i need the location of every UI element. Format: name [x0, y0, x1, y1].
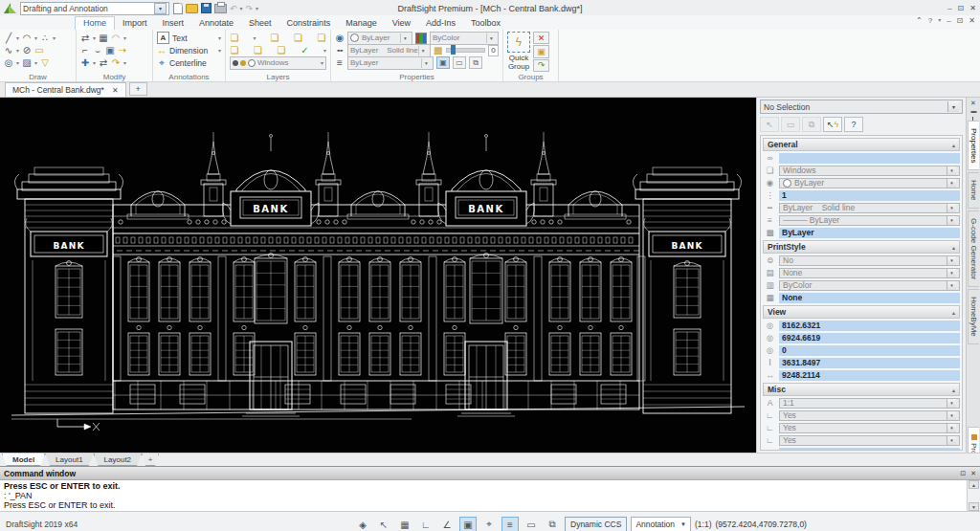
printstyle-table-dropdown[interactable]: None▾ — [779, 268, 960, 278]
dimension-icon[interactable]: ↔ — [157, 45, 167, 55]
caret-icon[interactable]: ▾ — [16, 34, 19, 41]
tab-sheet[interactable]: Sheet — [241, 17, 279, 30]
caret-icon[interactable]: ▾ — [53, 34, 56, 41]
esnap-icon[interactable]: ▣ — [459, 517, 477, 531]
annotation-scale-dropdown[interactable]: Annotation ▼ — [631, 517, 691, 531]
stretch-icon[interactable]: ⇄ — [99, 57, 108, 68]
annotation-scale-dropdown[interactable]: 1:1▾ — [779, 398, 960, 409]
hyperlink-field[interactable] — [779, 153, 960, 164]
tab-import[interactable]: Import — [115, 17, 155, 30]
polar-icon[interactable]: ∠ — [438, 517, 456, 531]
caret-icon[interactable]: ▾ — [16, 59, 19, 66]
open-file-icon[interactable] — [186, 4, 198, 13]
pointer-icon[interactable]: ↖ — [375, 517, 392, 531]
tab-manage[interactable]: Manage — [338, 17, 385, 30]
print-area-icon[interactable]: ▭ — [523, 517, 540, 531]
polygon-icon[interactable]: ▽ — [40, 57, 50, 68]
pattern-icon[interactable]: ▦ — [99, 33, 108, 43]
collapse-icon[interactable]: ▴ — [952, 387, 955, 393]
section-header-printstyle[interactable]: PrintStyle▴ — [763, 240, 960, 254]
sheet-preview-icon[interactable]: ⧉ — [544, 517, 561, 531]
add-sheet-button[interactable]: + — [142, 454, 159, 466]
caret-icon[interactable]: ▾ — [486, 33, 496, 43]
centerline-icon[interactable]: ⌖ — [157, 57, 167, 68]
save-icon[interactable] — [201, 3, 212, 13]
lineweight-icon[interactable]: ≡ — [335, 57, 345, 68]
fill-color-selector[interactable]: ByColor▾ — [430, 32, 499, 45]
rotate-icon[interactable]: ↷ — [111, 57, 121, 68]
caret-icon[interactable]: ▾ — [123, 34, 126, 41]
printstyle-attached-field[interactable]: None — [779, 293, 960, 303]
point-icon[interactable]: ∴ — [40, 33, 50, 43]
caret-icon[interactable]: ▾ — [947, 424, 956, 432]
centerline-label[interactable]: Centerline — [169, 58, 207, 68]
command-window-close-icon[interactable]: ✕ — [970, 470, 976, 477]
line-style-dropdown[interactable]: ByLayer Solid line▾ — [779, 203, 960, 213]
caret-icon[interactable]: ▾ — [947, 436, 956, 445]
selection-filter-icon[interactable]: ▭ — [453, 56, 466, 69]
ungroup-icon[interactable]: ✕ — [533, 32, 549, 44]
text-label[interactable]: Text — [172, 33, 188, 43]
snap-settings-icon[interactable]: ◈ — [354, 517, 371, 531]
doc-restore-button[interactable]: ⊡ — [957, 16, 964, 25]
tab-home[interactable]: Home — [75, 16, 115, 30]
layer-unisolate-icon[interactable]: ❏ — [253, 45, 262, 55]
mirror-icon[interactable]: ⇄ — [80, 33, 90, 43]
move-icon[interactable]: ✚ — [80, 57, 90, 68]
workspace-selector[interactable]: Drafting and Annotation ▾ — [20, 2, 169, 15]
layer-freeze-icon[interactable]: ❏ — [270, 33, 279, 43]
tab-layout2[interactable]: Layout2 — [94, 454, 142, 466]
view-center-z-field[interactable]: 0 — [779, 345, 960, 356]
quick-select-button[interactable]: ▭ — [781, 117, 800, 132]
lineweight-toggle-icon[interactable]: ≡ — [501, 517, 519, 531]
edit-group-icon[interactable]: ▣ — [533, 45, 549, 57]
command-window-header[interactable]: Command window ⊡ ✕ — [0, 467, 980, 480]
smooth-icon[interactable]: ⌣ — [93, 45, 102, 55]
doc-minimize-button[interactable]: – — [947, 16, 950, 25]
tab-annotate[interactable]: Annotate — [191, 17, 241, 30]
new-document-tab-button[interactable]: + — [129, 82, 147, 96]
ucs-on-dropdown[interactable]: Yes▾ — [779, 410, 960, 421]
regroup-icon[interactable]: ↷ — [533, 59, 549, 72]
section-header-general[interactable]: General▴ — [763, 138, 960, 151]
caret-icon[interactable]: ▾ — [93, 34, 96, 41]
help-caret-icon[interactable]: ▾ — [938, 16, 941, 25]
tab-model[interactable]: Model — [2, 454, 45, 466]
view-center-x-field[interactable]: 8162.6321 — [779, 321, 960, 331]
tab-close-icon[interactable]: ✕ — [112, 86, 119, 95]
caret-icon[interactable]: ▾ — [34, 34, 37, 41]
tab-layout1[interactable]: Layout1 — [45, 454, 93, 466]
caret-icon[interactable]: ▾ — [947, 256, 956, 265]
side-tab-homebyme[interactable]: HomeByMe — [968, 289, 979, 344]
match-properties-icon[interactable]: ▣ — [436, 56, 450, 69]
grid-icon[interactable]: ▦ — [396, 517, 413, 531]
doc-close-button[interactable]: ✕ — [969, 16, 975, 25]
fill-color-icon[interactable] — [415, 33, 427, 44]
layer-on-icon[interactable]: ✓ — [300, 45, 309, 55]
transparency-value[interactable]: 0 — [488, 45, 499, 56]
active-layer-selector[interactable]: Windows ▾ — [230, 56, 326, 70]
view-center-y-field[interactable]: 6924.6619 — [779, 333, 960, 343]
side-tab-gcode[interactable]: G-code Generator — [968, 210, 979, 287]
flash-select-button[interactable]: ↖ϟ — [823, 117, 842, 132]
caret-icon[interactable]: ▾ — [253, 34, 256, 41]
property-painter-icon[interactable]: ⧉ — [469, 56, 482, 69]
caret-icon[interactable]: ▾ — [947, 216, 956, 225]
minimize-button[interactable]: – — [947, 4, 951, 12]
panel-help-button[interactable]: ? — [844, 117, 863, 132]
ellipse-icon[interactable]: ⊘ — [22, 45, 32, 55]
layer-isolate-icon[interactable]: ❏ — [230, 45, 239, 55]
caret-icon[interactable]: ▾ — [123, 59, 126, 66]
caret-icon[interactable]: ▾ — [418, 46, 428, 55]
ortho-icon[interactable]: ∟ — [417, 517, 434, 531]
transparency-slider[interactable] — [446, 48, 485, 53]
command-window-float-icon[interactable]: ⊡ — [960, 470, 966, 477]
printstyle-mode-dropdown[interactable]: ByColor▾ — [779, 280, 960, 291]
new-file-icon[interactable] — [173, 3, 183, 14]
section-header-view[interactable]: View▴ — [763, 305, 960, 319]
collapse-icon[interactable]: ▴ — [952, 244, 955, 251]
slider-handle[interactable] — [451, 45, 456, 55]
clear-selection-button[interactable]: ⧉ — [802, 117, 821, 132]
tab-view[interactable]: View — [385, 17, 418, 30]
caret-icon[interactable]: ▾ — [947, 399, 956, 408]
